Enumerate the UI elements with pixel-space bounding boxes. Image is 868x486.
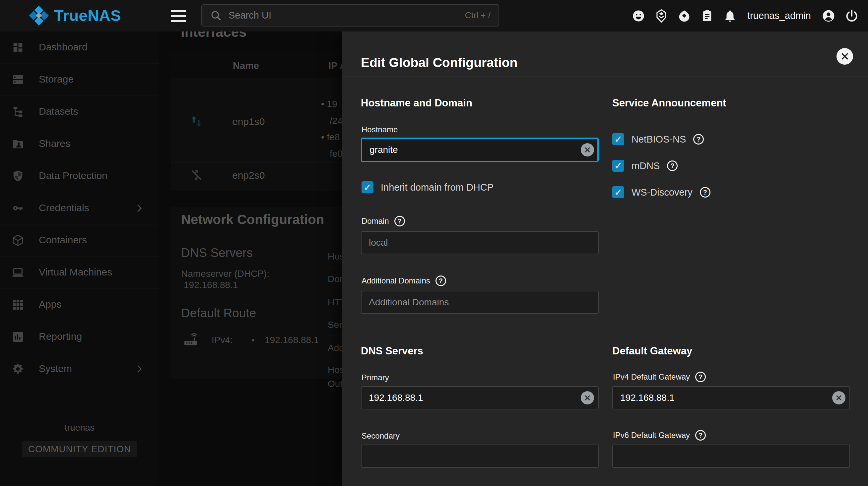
inherit-domain-checkbox-label: Inherit domain from DHCP bbox=[381, 182, 494, 193]
top-bar: TrueNAS Ctrl + / truenas_admin bbox=[0, 0, 868, 32]
domain-label-row: Domain ? bbox=[362, 216, 405, 226]
header-divider bbox=[342, 76, 868, 77]
ipv4-gateway-field-wrap bbox=[612, 386, 850, 410]
ipv6-gateway-label: IPv6 Default Gateway bbox=[613, 431, 690, 440]
check-icon: ✓ bbox=[614, 134, 622, 145]
clear-ipv4-gateway-button[interactable] bbox=[832, 391, 845, 404]
hostname-input[interactable] bbox=[361, 137, 599, 162]
checkbox-checked[interactable]: ✓ bbox=[612, 186, 624, 198]
logo-text: TrueNAS bbox=[54, 5, 121, 26]
section-dns-servers: DNS Servers bbox=[361, 345, 423, 357]
domain-field-wrap bbox=[361, 231, 599, 254]
clear-icon bbox=[584, 394, 591, 401]
checkbox-checked[interactable]: ✓ bbox=[612, 133, 624, 145]
truenas-logo-icon bbox=[28, 5, 50, 26]
close-icon bbox=[840, 52, 849, 61]
question-glyph: ? bbox=[670, 162, 674, 170]
section-default-gateway: Default Gateway bbox=[612, 345, 692, 357]
question-glyph: ? bbox=[699, 432, 703, 439]
question-glyph: ? bbox=[398, 218, 402, 225]
additional-domains-label: Additional Domains bbox=[362, 276, 430, 285]
inherit-domain-checkbox-row[interactable]: ✓ Inherit domain from DHCP bbox=[362, 181, 494, 193]
ws-discovery-checkbox-row[interactable]: ✓ WS-Discovery ? bbox=[612, 186, 710, 198]
edit-global-configuration-dialog: Edit Global Configuration Hostname and D… bbox=[342, 32, 868, 486]
additional-domains-field-wrap bbox=[361, 291, 599, 314]
primary-dns-field-wrap bbox=[361, 386, 599, 410]
search-icon bbox=[210, 10, 222, 22]
domain-input[interactable] bbox=[361, 231, 599, 254]
secondary-dns-label: Secondary bbox=[362, 431, 400, 441]
ipv6-gateway-input[interactable] bbox=[612, 445, 850, 468]
secondary-dns-field-wrap bbox=[361, 445, 599, 468]
dialog-title: Edit Global Configuration bbox=[361, 55, 518, 70]
jobs-clipboard-icon[interactable] bbox=[700, 9, 714, 23]
truenas-app: Interfaces Name IP Ad enp1s0 • 19 /24 • … bbox=[0, 0, 868, 486]
hostname-label-row: Hostname bbox=[362, 125, 398, 134]
hostname-label: Hostname bbox=[362, 125, 398, 134]
hostname-field-wrap bbox=[361, 137, 599, 162]
cloud-icon[interactable] bbox=[677, 9, 691, 23]
netbios-checkbox-row[interactable]: ✓ NetBIOS-NS ? bbox=[612, 133, 704, 145]
clear-primary-dns-button[interactable] bbox=[581, 391, 594, 404]
feedback-smiley-icon[interactable] bbox=[631, 9, 646, 23]
primary-dns-label: Primary bbox=[362, 373, 389, 382]
truecommand-icon[interactable] bbox=[654, 9, 668, 23]
search-input[interactable] bbox=[228, 10, 465, 21]
ipv4-gateway-label: IPv4 Default Gateway bbox=[613, 372, 690, 382]
menu-toggle-button[interactable] bbox=[171, 10, 186, 22]
section-service-announcement: Service Announcement bbox=[612, 97, 726, 109]
primary-label-row: Primary bbox=[362, 373, 389, 382]
netbios-checkbox-label: NetBIOS-NS bbox=[631, 134, 686, 145]
ws-discovery-checkbox-label: WS-Discovery bbox=[631, 187, 692, 198]
domain-label: Domain bbox=[362, 217, 389, 226]
help-icon[interactable]: ? bbox=[667, 160, 678, 171]
ipv6-gateway-label-row: IPv6 Default Gateway ? bbox=[613, 430, 706, 441]
section-hostname-and-domain: Hostname and Domain bbox=[361, 97, 472, 109]
avatar-icon[interactable] bbox=[821, 9, 836, 23]
help-icon[interactable]: ? bbox=[700, 187, 710, 198]
global-search: Ctrl + / bbox=[201, 4, 499, 27]
alerts-bell-icon[interactable] bbox=[723, 9, 737, 23]
secondary-label-row: Secondary bbox=[362, 431, 400, 441]
logged-in-username: truenas_admin bbox=[747, 10, 811, 21]
question-glyph: ? bbox=[439, 277, 443, 285]
ipv6-gateway-field-wrap bbox=[612, 445, 850, 468]
help-icon[interactable]: ? bbox=[695, 371, 706, 382]
clear-icon bbox=[836, 394, 842, 401]
check-icon: ✓ bbox=[614, 187, 622, 198]
help-icon[interactable]: ? bbox=[695, 430, 706, 441]
question-glyph: ? bbox=[696, 136, 701, 143]
topbar-actions: truenas_admin bbox=[631, 0, 859, 32]
mdns-checkbox-label: mDNS bbox=[631, 160, 660, 171]
clear-hostname-button[interactable] bbox=[581, 143, 594, 157]
search-shortcut-hint: Ctrl + / bbox=[465, 10, 491, 21]
primary-dns-input[interactable] bbox=[361, 386, 599, 410]
clear-icon bbox=[584, 147, 591, 153]
question-glyph: ? bbox=[699, 373, 703, 381]
close-button[interactable] bbox=[836, 48, 853, 65]
checkbox-checked[interactable]: ✓ bbox=[612, 160, 624, 172]
secondary-dns-input[interactable] bbox=[361, 445, 599, 468]
power-icon[interactable] bbox=[845, 9, 859, 23]
check-icon: ✓ bbox=[364, 182, 371, 193]
checkbox-checked[interactable]: ✓ bbox=[362, 181, 373, 193]
mdns-checkbox-row[interactable]: ✓ mDNS ? bbox=[612, 160, 678, 172]
help-icon[interactable]: ? bbox=[394, 216, 405, 226]
check-icon: ✓ bbox=[614, 160, 622, 171]
ipv4-gateway-label-row: IPv4 Default Gateway ? bbox=[613, 371, 706, 382]
truenas-logo[interactable]: TrueNAS bbox=[28, 5, 121, 26]
help-icon[interactable]: ? bbox=[693, 134, 704, 144]
additional-domains-label-row: Additional Domains ? bbox=[362, 276, 446, 286]
ipv4-gateway-input[interactable] bbox=[612, 386, 850, 410]
help-icon[interactable]: ? bbox=[435, 276, 446, 286]
question-glyph: ? bbox=[703, 189, 707, 196]
additional-domains-input[interactable] bbox=[361, 291, 599, 314]
